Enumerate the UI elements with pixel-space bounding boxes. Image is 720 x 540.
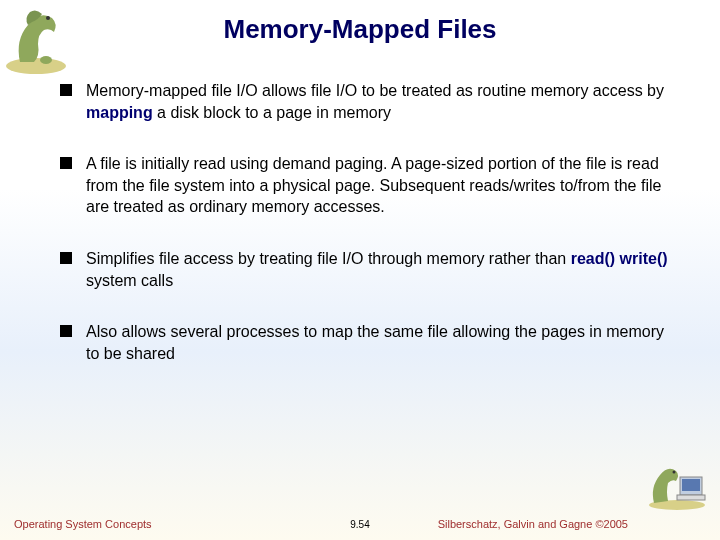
svg-rect-5 [682,479,700,491]
footer-left: Operating System Concepts [14,518,152,530]
bullet-item: A file is initially read using demand pa… [60,153,680,218]
slide-title: Memory-Mapped Files [0,0,720,51]
dinosaur-logo-top-left [0,0,80,80]
bullet-icon [60,252,72,264]
bullet-text-post: a disk block to a page in memory [153,104,391,121]
svg-point-0 [6,58,66,74]
svg-rect-6 [677,495,705,500]
svg-point-2 [46,16,50,20]
footer-page-number: 9.54 [350,519,369,530]
bullet-text: Memory-mapped file I/O allows file I/O t… [86,80,680,123]
slide-content: Memory-mapped file I/O allows file I/O t… [0,52,720,364]
slide-footer: Operating System Concepts 9.54 Silbersch… [0,518,720,530]
bullet-text-post: system calls [86,272,173,289]
bullet-keyword: read() write() [571,250,668,267]
dinosaur-logo-bottom-right [642,457,712,512]
bullet-item: Memory-mapped file I/O allows file I/O t… [60,80,680,123]
bullet-icon [60,84,72,96]
bullet-text-pre: Simplifies file access by treating file … [86,250,571,267]
bullet-keyword: mapping [86,104,153,121]
bullet-item: Also allows several processes to map the… [60,321,680,364]
svg-point-7 [673,471,676,474]
bullet-text: Simplifies file access by treating file … [86,248,680,291]
bullet-icon [60,157,72,169]
bullet-text-pre: Memory-mapped file I/O allows file I/O t… [86,82,664,99]
bullet-item: Simplifies file access by treating file … [60,248,680,291]
bullet-text: A file is initially read using demand pa… [86,153,680,218]
svg-point-1 [40,56,52,64]
bullet-text: Also allows several processes to map the… [86,321,680,364]
bullet-icon [60,325,72,337]
footer-copyright: Silberschatz, Galvin and Gagne ©2005 [438,518,628,530]
